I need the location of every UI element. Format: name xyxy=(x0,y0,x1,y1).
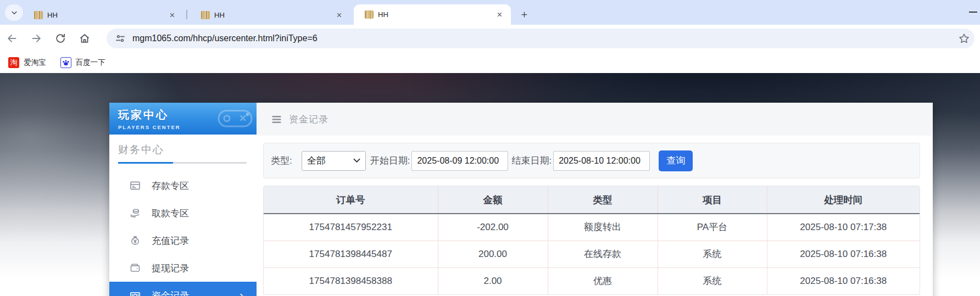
end-date-input[interactable] xyxy=(553,151,650,171)
cell-time: 2025-08-10 07:17:38 xyxy=(767,214,920,241)
type-select[interactable]: 全部 xyxy=(302,151,366,171)
sidebar-item-funds-record[interactable]: 资金记录 › xyxy=(109,282,257,296)
funds-record-table: 订单号金额类型项目处理时间 1754781457952231 -202.00 额… xyxy=(263,186,920,295)
window-minimize-button[interactable] xyxy=(969,12,977,13)
back-button[interactable] xyxy=(5,32,19,45)
taobao-icon: 淘 xyxy=(8,57,19,68)
sidebar-item-label: 存款专区 xyxy=(152,180,189,192)
tab-title: HH xyxy=(47,11,163,19)
tab-title: HH xyxy=(378,10,491,19)
tab-strip: HH HH HH xyxy=(0,0,980,25)
column-header: 处理时间 xyxy=(767,186,920,214)
recharge-record-icon xyxy=(129,234,141,247)
cell-amount: 2.00 xyxy=(438,267,548,294)
bookmark-item[interactable]: 淘 爱淘宝 xyxy=(8,57,46,68)
table-row: 1754781457952231 -202.00 额度转出 PA平台 2025-… xyxy=(264,214,920,241)
withdrawal-record-icon xyxy=(129,262,141,274)
cell-time: 2025-08-10 07:16:38 xyxy=(767,267,920,294)
bookmark-label: 爱淘宝 xyxy=(24,58,46,68)
address-bar[interactable]: mgm1065.com/hhcp/usercenter.html?iniType… xyxy=(107,29,975,48)
home-button[interactable] xyxy=(78,32,91,45)
home-icon xyxy=(79,32,91,44)
reload-icon xyxy=(54,32,66,44)
gamepad-icon xyxy=(217,105,253,131)
select-chevron-icon xyxy=(353,158,360,163)
tab-strip-tabs: HH HH HH xyxy=(23,0,511,25)
back-arrow-icon xyxy=(6,32,18,44)
site-favicon-icon xyxy=(201,11,210,19)
withdraw-icon xyxy=(129,207,141,219)
column-header: 类型 xyxy=(548,186,658,214)
sidebar-section-title: 财务中心 xyxy=(118,143,257,157)
chevron-right-icon: › xyxy=(240,289,243,296)
browser-tab[interactable]: HH xyxy=(354,4,511,25)
new-tab-button[interactable] xyxy=(516,7,532,22)
sidebar-item-withdrawal-record[interactable]: 提现记录 xyxy=(109,254,257,282)
table-row: 1754781398445487 200.00 在线存款 系统 2025-08-… xyxy=(264,241,920,267)
tab-close-icon[interactable] xyxy=(168,10,177,20)
baidu-paw-icon xyxy=(60,57,71,68)
sidebar-item-deposit[interactable]: 存款专区 xyxy=(109,172,257,199)
cell-type: 额度转出 xyxy=(548,214,658,241)
cell-item: 系统 xyxy=(658,267,767,294)
bookmark-favicon-icon: 淘 xyxy=(8,57,19,68)
site-info-icon[interactable] xyxy=(115,33,125,43)
tab-title: HH xyxy=(214,11,330,19)
bookmark-star-icon[interactable] xyxy=(958,32,970,44)
sidebar-item-recharge-record[interactable]: 充值记录 xyxy=(109,227,257,254)
chevron-down-icon xyxy=(9,8,19,18)
section-underline xyxy=(118,162,247,164)
main-content: 资金记录 类型: 全部 开始日期: 结束日期: 查询 xyxy=(257,103,933,296)
sidebar-item-withdraw[interactable]: 取款专区 xyxy=(109,199,257,227)
cell-type: 优惠 xyxy=(548,267,658,294)
cell-order-no: 1754781398445487 xyxy=(264,241,438,267)
sidebar-item-label: 提现记录 xyxy=(152,262,189,275)
cell-item: 系统 xyxy=(658,241,767,267)
page-title: 资金记录 xyxy=(289,113,328,126)
content-panel: 玩家中心 PLAYERS CENTER 财务中心 存款专区 取款专区 充值记录 … xyxy=(109,103,933,296)
end-date-label: 结束日期: xyxy=(511,154,552,167)
bookmark-item[interactable]: 百度一下 xyxy=(60,57,105,68)
cell-type: 在线存款 xyxy=(548,241,658,267)
table-header-row: 订单号金额类型项目处理时间 xyxy=(264,186,920,214)
sidebar-item-label: 充值记录 xyxy=(152,234,189,247)
filter-bar: 类型: 全部 开始日期: 结束日期: 查询 xyxy=(263,143,920,178)
column-header: 订单号 xyxy=(264,186,438,214)
players-center-banner: 玩家中心 PLAYERS CENTER xyxy=(109,103,257,135)
site-favicon-icon xyxy=(34,11,43,19)
plus-icon xyxy=(520,10,528,19)
type-select-value: 全部 xyxy=(307,154,353,167)
site-favicon-icon xyxy=(365,10,374,19)
start-date-label: 开始日期: xyxy=(370,154,410,167)
tab-divider xyxy=(186,10,187,19)
browser-tab[interactable]: HH xyxy=(190,5,350,25)
cell-order-no: 1754781457952231 xyxy=(264,214,438,241)
cell-item: PA平台 xyxy=(658,214,767,241)
cell-order-no: 1754781398458388 xyxy=(264,267,438,294)
column-header: 项目 xyxy=(658,186,767,214)
main-header: 资金记录 xyxy=(257,103,933,136)
tab-close-icon[interactable] xyxy=(495,10,504,19)
cell-amount: -202.00 xyxy=(438,214,548,241)
search-button[interactable]: 查询 xyxy=(659,150,693,171)
browser-tab[interactable]: HH xyxy=(23,5,183,25)
sidebar: 玩家中心 PLAYERS CENTER 财务中心 存款专区 取款专区 充值记录 … xyxy=(109,103,257,296)
funds-record-icon xyxy=(129,289,141,296)
page-background: 玩家中心 PLAYERS CENTER 财务中心 存款专区 取款专区 充值记录 … xyxy=(0,73,980,296)
table-body: 1754781457952231 -202.00 额度转出 PA平台 2025-… xyxy=(264,214,920,294)
bookmarks-bar: 淘 爱淘宝 百度一下 xyxy=(0,52,980,73)
column-header: 金额 xyxy=(438,186,548,214)
reload-button[interactable] xyxy=(54,32,67,45)
sidebar-item-label: 取款专区 xyxy=(152,207,189,220)
browser-toolbar: mgm1065.com/hhcp/usercenter.html?iniType… xyxy=(0,25,980,52)
menu-toggle-icon[interactable] xyxy=(271,114,282,125)
start-date-input[interactable] xyxy=(411,151,508,171)
bookmark-label: 百度一下 xyxy=(76,58,105,68)
sidebar-item-label: 资金记录 xyxy=(152,289,189,296)
tab-close-icon[interactable] xyxy=(335,10,344,20)
url-text[interactable]: mgm1065.com/hhcp/usercenter.html?iniType… xyxy=(132,33,951,43)
cell-amount: 200.00 xyxy=(438,241,548,267)
forward-button[interactable] xyxy=(30,32,43,45)
tab-search-button[interactable] xyxy=(5,4,23,21)
deposit-icon xyxy=(129,180,141,192)
